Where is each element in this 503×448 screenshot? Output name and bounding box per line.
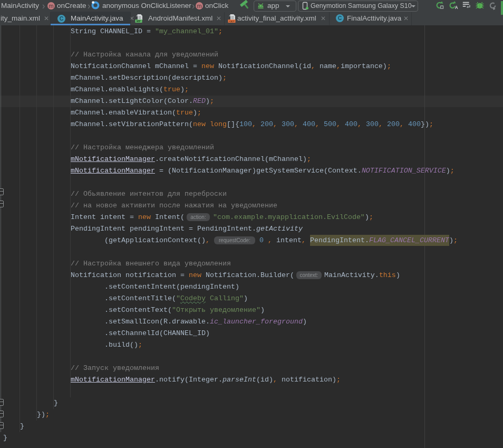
svg-text:MF: MF <box>137 20 141 23</box>
svg-text:<x>: <x> <box>229 20 235 23</box>
svg-text:A: A <box>455 5 458 10</box>
